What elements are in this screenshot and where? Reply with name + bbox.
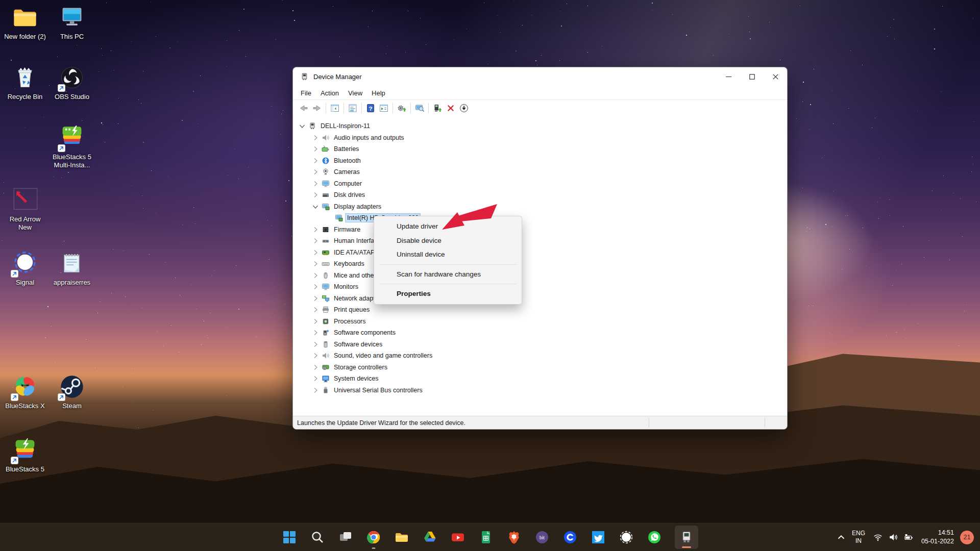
toolbar-help-button[interactable]: ?: [364, 102, 377, 114]
tree-item-batteries[interactable]: Batteries: [311, 143, 360, 155]
tree-item-keyboards[interactable]: Keyboards: [311, 258, 366, 270]
tree-item-sound-video-and-game-controllers[interactable]: Sound, video and game controllers: [311, 350, 434, 362]
chevron-right-icon[interactable]: [311, 168, 320, 176]
chevron-right-icon[interactable]: [311, 294, 320, 303]
taskbar-bit[interactable]: bit: [534, 530, 550, 545]
notification-badge[interactable]: 21: [960, 531, 974, 544]
desktop-icon-bluestacks-5[interactable]: BlueStacks 5: [2, 437, 48, 473]
chevron-right-icon[interactable]: [311, 363, 320, 371]
tree-item-display-adapters[interactable]: Display adapters: [311, 201, 383, 213]
tree-item-print-queues[interactable]: Print queues: [311, 304, 371, 316]
context-menu-uninstall-device[interactable]: Uninstall device: [374, 247, 522, 262]
chevron-right-icon[interactable]: [311, 191, 320, 199]
taskbar-whatsapp[interactable]: [647, 530, 662, 545]
chevron-right-icon[interactable]: [311, 306, 320, 314]
taskbar-chrome[interactable]: [366, 530, 381, 545]
tree-item-software-devices[interactable]: Software devices: [311, 339, 384, 350]
tree-item-dell-inspiron-11[interactable]: DELL-Inspiron-11: [298, 120, 372, 132]
chevron-down-icon[interactable]: [298, 122, 306, 130]
toolbar-disable-down-button[interactable]: [457, 102, 471, 114]
desktop-icon-appraiserres[interactable]: appraiserres: [49, 250, 95, 287]
chevron-right-icon[interactable]: [311, 145, 320, 153]
chevron-right-icon[interactable]: [311, 386, 320, 394]
chevron-right-icon[interactable]: [311, 157, 320, 165]
desktop-icon-recycle-bin[interactable]: Recycle Bin: [2, 64, 48, 101]
toolbar-forward-button[interactable]: [310, 102, 324, 114]
tree-item-cameras[interactable]: Cameras: [311, 166, 361, 178]
desktop-icon-red-arrow-new[interactable]: Red Arrow New: [2, 187, 48, 232]
chevron-right-icon[interactable]: [311, 180, 320, 188]
tree-item-software-components[interactable]: Software components: [311, 327, 397, 339]
toolbar-uninstall-x-button[interactable]: [444, 102, 457, 114]
chevron-right-icon[interactable]: [311, 352, 320, 360]
taskbar-coinbase[interactable]: [562, 530, 578, 545]
taskbar-youtube[interactable]: [450, 530, 465, 545]
chevron-right-icon[interactable]: [311, 374, 320, 383]
tree-item-firmware[interactable]: Firmware: [311, 224, 362, 236]
desktop-icon-new-folder-2[interactable]: New folder (2): [2, 4, 48, 41]
tree-item-storage-controllers[interactable]: Storage controllers: [311, 362, 389, 373]
tree-item-disk-drives[interactable]: Disk drives: [311, 189, 366, 201]
taskbar-brave[interactable]: [506, 530, 522, 545]
desktop-icon-this-pc[interactable]: This PC: [49, 4, 95, 41]
tree-item-bluetooth[interactable]: Bluetooth: [311, 155, 362, 167]
chevron-right-icon[interactable]: [311, 317, 320, 325]
minimize-button[interactable]: [717, 67, 740, 86]
taskbar-task-view[interactable]: [338, 530, 353, 545]
toolbar-update-driver-gear-button[interactable]: [395, 102, 408, 114]
context-menu-update-driver[interactable]: Update driver: [374, 219, 522, 234]
taskbar-search[interactable]: [310, 530, 325, 545]
taskbar-start[interactable]: [282, 530, 297, 545]
menu-view[interactable]: View: [344, 88, 367, 98]
chevron-right-icon[interactable]: [311, 329, 320, 337]
taskbar-device-manager-active[interactable]: [675, 525, 698, 549]
context-menu-scan-for-hardware-changes[interactable]: Scan for hardware changes: [374, 267, 522, 282]
chevron-right-icon[interactable]: [311, 237, 320, 245]
taskbar-google-sheets[interactable]: [478, 530, 494, 545]
tree-item-computer[interactable]: Computer: [311, 178, 363, 190]
clock[interactable]: 14:5105-01-2022: [921, 529, 954, 546]
chevron-right-icon[interactable]: [311, 271, 320, 280]
toolbar-export-list-button[interactable]: [377, 102, 390, 114]
taskbar-signal[interactable]: [619, 530, 634, 545]
taskbar-twitter[interactable]: [591, 530, 606, 545]
context-menu-disable-device[interactable]: Disable device: [374, 234, 522, 248]
taskbar-google-drive[interactable]: [422, 530, 437, 545]
wifi-icon[interactable]: [873, 533, 883, 542]
desktop-icon-bluestacks-5-multi-insta[interactable]: BlueStacks 5 Multi-Insta...: [49, 124, 95, 170]
chevron-right-icon[interactable]: [311, 340, 320, 348]
tree-item-monitors[interactable]: Monitors: [311, 281, 360, 293]
context-menu-properties[interactable]: Properties: [374, 287, 522, 301]
tree-item-processors[interactable]: Processors: [311, 316, 368, 328]
desktop-icon-obs-studio[interactable]: OBS Studio: [49, 64, 95, 101]
toolbar-scan-hardware-button[interactable]: [413, 102, 426, 114]
volume-icon[interactable]: [889, 533, 898, 542]
toolbar-console-tree-button[interactable]: [328, 102, 341, 114]
chevron-right-icon[interactable]: [311, 283, 320, 291]
chevron-right-icon[interactable]: [311, 226, 320, 234]
chevron-right-icon[interactable]: [311, 134, 320, 142]
desktop-icon-steam[interactable]: Steam: [49, 373, 95, 410]
tree-item-universal-serial-bus-controllers[interactable]: Universal Serial Bus controllers: [311, 385, 424, 396]
toolbar-back-button[interactable]: [297, 102, 310, 114]
desktop-icon-bluestacks-x[interactable]: BlueStacks X: [2, 373, 48, 410]
tray-chevron-up-icon[interactable]: [836, 532, 847, 543]
chevron-right-icon[interactable]: [311, 260, 320, 268]
chevron-right-icon[interactable]: [311, 248, 320, 257]
maximize-button[interactable]: [740, 67, 764, 86]
taskbar-file-explorer[interactable]: [394, 530, 409, 545]
toolbar-update-driver-device-button[interactable]: [431, 102, 444, 114]
tree-item-system-devices[interactable]: System devices: [311, 373, 380, 385]
menu-action[interactable]: Action: [316, 88, 344, 98]
monitor-icon: [322, 180, 330, 188]
language-indicator[interactable]: ENGIN: [852, 530, 865, 545]
tree-item-label: Disk drives: [332, 191, 366, 199]
tree-item-audio-inputs-and-outputs[interactable]: Audio inputs and outputs: [311, 132, 406, 144]
close-button[interactable]: [764, 67, 787, 86]
battery-charging-icon[interactable]: [904, 533, 913, 542]
menu-file[interactable]: File: [296, 88, 316, 98]
desktop-icon-signal[interactable]: Signal: [2, 250, 48, 287]
toolbar-properties-list-button[interactable]: [346, 102, 359, 114]
menu-help[interactable]: Help: [367, 88, 390, 98]
chevron-down-icon[interactable]: [311, 203, 320, 211]
